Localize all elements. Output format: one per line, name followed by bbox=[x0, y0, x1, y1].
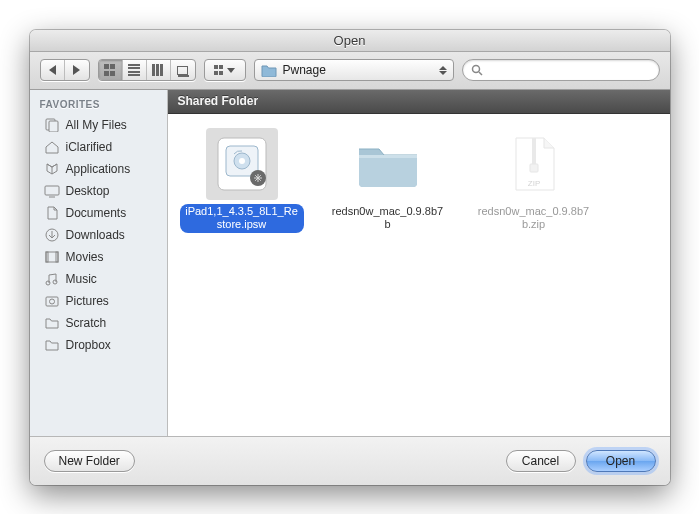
action-menu-button[interactable] bbox=[205, 60, 245, 80]
sidebar-item-pictures[interactable]: Pictures bbox=[30, 290, 167, 312]
columns-icon bbox=[152, 64, 164, 76]
svg-rect-8 bbox=[46, 252, 48, 262]
music-icon bbox=[44, 271, 60, 287]
view-list-mode-button[interactable] bbox=[123, 60, 147, 80]
documents-icon bbox=[44, 205, 60, 221]
nav-back-forward bbox=[40, 59, 90, 81]
sidebar-item-label: Pictures bbox=[66, 294, 109, 308]
svg-rect-3 bbox=[49, 121, 58, 132]
search-icon bbox=[471, 64, 483, 76]
grid-small-icon bbox=[214, 65, 224, 75]
search-input[interactable] bbox=[488, 63, 651, 77]
forward-button[interactable] bbox=[65, 60, 89, 80]
sidebar: FAVORITES All My Files iClarified Applic… bbox=[30, 90, 168, 436]
file-item-ipsw[interactable]: iPad1,1_4.3.5_8L1_Restore.ipsw bbox=[180, 128, 304, 234]
file-thumb bbox=[352, 128, 424, 200]
open-button[interactable]: Open bbox=[586, 450, 656, 472]
sidebar-item-applications[interactable]: Applications bbox=[30, 158, 167, 180]
view-coverflow-mode-button[interactable] bbox=[171, 60, 195, 80]
zip-icon: ZIP bbox=[508, 134, 560, 194]
open-dialog-window: Open P bbox=[30, 30, 670, 485]
back-button[interactable] bbox=[41, 60, 65, 80]
sidebar-item-label: Movies bbox=[66, 250, 104, 264]
svg-text:ZIP: ZIP bbox=[527, 179, 539, 188]
chevron-down-icon bbox=[227, 68, 235, 73]
svg-rect-20 bbox=[359, 155, 417, 158]
sidebar-item-label: Dropbox bbox=[66, 338, 111, 352]
file-label: redsn0w_mac_0.9.8b7b bbox=[326, 204, 450, 234]
footer: New Folder Cancel Open bbox=[30, 437, 670, 485]
svg-rect-4 bbox=[45, 186, 59, 195]
svg-point-13 bbox=[49, 299, 54, 304]
view-mode-switch bbox=[98, 59, 196, 81]
sidebar-item-all-my-files[interactable]: All My Files bbox=[30, 114, 167, 136]
svg-point-0 bbox=[472, 66, 479, 73]
file-label: iPad1,1_4.3.5_8L1_Restore.ipsw bbox=[180, 204, 304, 234]
home-icon bbox=[44, 139, 60, 155]
sidebar-item-desktop[interactable]: Desktop bbox=[30, 180, 167, 202]
sidebar-item-label: Downloads bbox=[66, 228, 125, 242]
svg-rect-19 bbox=[359, 155, 417, 187]
chevron-left-icon bbox=[49, 65, 56, 75]
path-popup-button[interactable]: Pwnage bbox=[254, 59, 454, 81]
file-item-folder[interactable]: redsn0w_mac_0.9.8b7b bbox=[326, 128, 450, 234]
sidebar-item-dropbox[interactable]: Dropbox bbox=[30, 334, 167, 356]
sidebar-item-label: Applications bbox=[66, 162, 131, 176]
sidebar-item-documents[interactable]: Documents bbox=[30, 202, 167, 224]
sidebar-item-downloads[interactable]: Downloads bbox=[30, 224, 167, 246]
sidebar-item-iclarified[interactable]: iClarified bbox=[30, 136, 167, 158]
all-files-icon bbox=[44, 117, 60, 133]
apps-icon bbox=[44, 161, 60, 177]
path-folder-label: Pwnage bbox=[283, 63, 326, 77]
file-thumb bbox=[206, 128, 278, 200]
view-icon-mode-button[interactable] bbox=[99, 60, 123, 80]
new-folder-button[interactable]: New Folder bbox=[44, 450, 135, 472]
file-label: redsn0w_mac_0.9.8b7b.zip bbox=[472, 204, 596, 234]
sidebar-item-label: Music bbox=[66, 272, 97, 286]
chevron-right-icon bbox=[73, 65, 80, 75]
file-thumb: ZIP bbox=[498, 128, 570, 200]
sidebar-item-label: iClarified bbox=[66, 140, 113, 154]
view-column-mode-button[interactable] bbox=[147, 60, 171, 80]
list-icon bbox=[128, 64, 140, 76]
file-item-zip[interactable]: ZIP redsn0w_mac_0.9.8b7b.zip bbox=[472, 128, 596, 234]
titlebar: Open bbox=[30, 30, 670, 52]
sidebar-item-music[interactable]: Music bbox=[30, 268, 167, 290]
sidebar-section-header: FAVORITES bbox=[30, 96, 167, 114]
desktop-icon bbox=[44, 183, 60, 199]
sidebar-item-movies[interactable]: Movies bbox=[30, 246, 167, 268]
svg-rect-21 bbox=[532, 138, 536, 166]
dialog-body: FAVORITES All My Files iClarified Applic… bbox=[30, 90, 670, 437]
sidebar-item-label: Documents bbox=[66, 206, 127, 220]
path-header-label: Shared Folder bbox=[178, 94, 259, 108]
folder-icon bbox=[355, 137, 421, 191]
svg-line-1 bbox=[479, 72, 482, 75]
svg-rect-12 bbox=[46, 297, 58, 306]
pictures-icon bbox=[44, 293, 60, 309]
coverflow-icon bbox=[177, 66, 188, 75]
folder-icon bbox=[261, 63, 277, 77]
sidebar-item-label: All My Files bbox=[66, 118, 127, 132]
main-area: Shared Folder bbox=[168, 90, 670, 436]
cancel-button[interactable]: Cancel bbox=[506, 450, 576, 472]
file-grid[interactable]: iPad1,1_4.3.5_8L1_Restore.ipsw redsn0w_m… bbox=[168, 114, 670, 436]
movies-icon bbox=[44, 249, 60, 265]
folder-icon bbox=[44, 315, 60, 331]
sidebar-item-label: Desktop bbox=[66, 184, 110, 198]
svg-rect-9 bbox=[56, 252, 58, 262]
stepper-arrows-icon bbox=[439, 66, 447, 75]
path-bar: Shared Folder bbox=[168, 90, 670, 114]
downloads-icon bbox=[44, 227, 60, 243]
action-menu bbox=[204, 59, 246, 81]
sidebar-item-label: Scratch bbox=[66, 316, 107, 330]
svg-point-17 bbox=[239, 158, 245, 164]
sidebar-item-scratch[interactable]: Scratch bbox=[30, 312, 167, 334]
ipsw-icon bbox=[212, 134, 272, 194]
svg-rect-22 bbox=[530, 164, 538, 172]
grid-icon bbox=[104, 64, 116, 76]
search-field[interactable] bbox=[462, 59, 660, 81]
window-title: Open bbox=[334, 33, 366, 48]
toolbar: Pwnage bbox=[30, 52, 670, 90]
folder-icon bbox=[44, 337, 60, 353]
